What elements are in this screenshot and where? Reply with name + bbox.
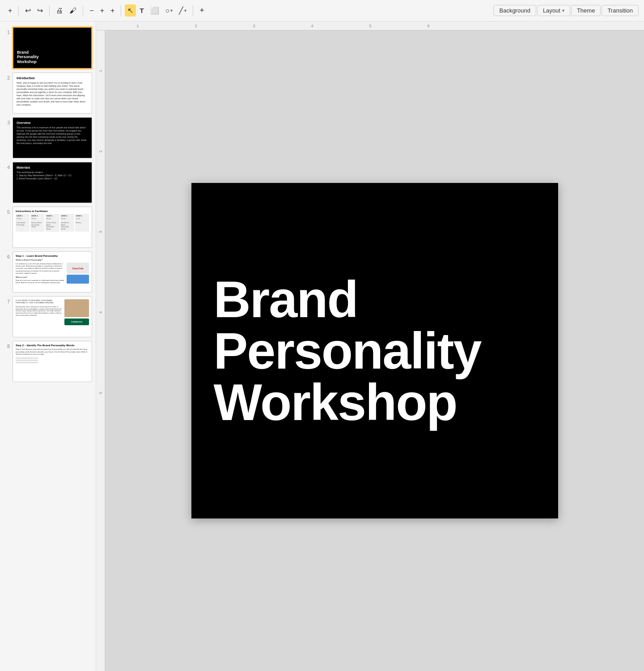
slide-number-7: 7	[4, 296, 10, 304]
slide-3-content: This workshop is for a maximum of four p…	[17, 126, 88, 145]
slide-8-title: Step 2 – Identify The Brand Personality …	[16, 344, 89, 347]
v-ruler-mark-5: 5	[96, 352, 105, 433]
background-label: Background	[499, 7, 530, 14]
background-menu-button[interactable]: Background	[493, 5, 536, 16]
transition-menu-button[interactable]: Transition	[602, 5, 639, 16]
layout-menu-button[interactable]: Layout ▾	[537, 5, 570, 16]
transition-label: Transition	[607, 7, 633, 14]
slide-number-3: 3	[4, 117, 10, 125]
ruler-mark-4: 4	[283, 24, 341, 28]
slide-preview-6: Step 1 – Learn Brand Personality What is…	[13, 252, 92, 292]
slide-number-6: 6	[4, 251, 10, 259]
slide-number-5: 5	[4, 207, 10, 215]
slide-inner-7: IF YOU WERE TO DESCRIBE YOUR BRAND PERSO…	[13, 296, 92, 337]
layout-chevron: ▾	[562, 8, 564, 13]
slide-preview-7: IF YOU WERE TO DESCRIBE YOUR BRAND PERSO…	[13, 297, 92, 337]
slide-thumbnail-4[interactable]: 4 Materials This workshop kit contains:1…	[0, 160, 96, 205]
title-line-3: Workshop	[214, 374, 457, 431]
theme-label: Theme	[577, 7, 595, 14]
slide-inner-5: Instructions to Facilitator STEP 1 15 mi…	[13, 207, 92, 248]
divider-1	[18, 5, 19, 16]
undo-button[interactable]: ↩	[22, 4, 34, 17]
print-button[interactable]: 🖨	[53, 5, 66, 17]
slide-3-title: Overview	[17, 121, 88, 124]
slide-thumbnail-1[interactable]: 1 BrandPersonalityWorkshop	[0, 25, 96, 71]
redo-icon: ↪	[37, 6, 43, 15]
slide-thumbnail-5[interactable]: 5 Instructions to Facilitator STEP 1 15 …	[0, 205, 96, 250]
ruler-mark-2: 2	[167, 24, 225, 28]
theme-menu-button[interactable]: Theme	[571, 5, 601, 16]
file-tools: +	[5, 5, 15, 17]
shape-tool-button[interactable]: ○ ▾	[163, 5, 176, 17]
print-icon: 🖨	[56, 7, 63, 15]
select-tool-button[interactable]: ↖	[125, 4, 136, 17]
vertical-ruler: 1 2 3 4 5	[96, 30, 105, 671]
title-line-2: Personality	[214, 322, 481, 379]
v-ruler-mark-4: 4	[96, 272, 105, 352]
image-tool-button[interactable]: ⬜	[148, 4, 162, 17]
slide-1-title: BrandPersonalityWorkshop	[17, 50, 39, 64]
shape-tools: ↖ T ⬜ ○ ▾ ╱ ▾	[125, 4, 189, 17]
slide-4-content: This workshop kit contains:1. Step-by-St…	[17, 171, 88, 180]
divider-2	[49, 5, 50, 16]
step-cell-1: STEP 1 15 minLearn Brand Personality	[16, 214, 30, 232]
ruler-mark-3: 3	[225, 24, 283, 28]
divider-4	[121, 5, 121, 16]
divider-3	[83, 5, 83, 16]
slide-panel: 1 BrandPersonalityWorkshop 2 Introductio…	[0, 21, 96, 671]
zoom-in-button[interactable]: +	[108, 5, 117, 17]
slide-number-2: 2	[4, 72, 10, 81]
zoom-level-button[interactable]: +	[97, 5, 107, 17]
title-line-1: Brand	[214, 271, 358, 328]
add-icon: +	[8, 7, 12, 15]
slide-5-title: Instructions to Facilitator	[16, 210, 89, 212]
zoom-out-button[interactable]: −	[87, 5, 96, 17]
slide-number-8: 8	[4, 341, 10, 349]
paint-format-button[interactable]: 🖌	[67, 5, 79, 17]
slide-inner-6: Step 1 – Learn Brand Personality What is…	[13, 251, 92, 293]
slide-thumbnail-3[interactable]: 3 Overview This workshop is for a maximu…	[0, 115, 96, 160]
slide-2-title: Introduction	[17, 76, 88, 80]
slide-thumbnail-7[interactable]: 7 IF YOU WERE TO DESCRIBE YOUR BRAND PER…	[0, 294, 96, 339]
select-icon: ↖	[127, 6, 133, 15]
slide-inner-8: Step 2 – Identify The Brand Personality …	[13, 341, 92, 382]
slide-inner-1: BrandPersonalityWorkshop	[13, 27, 92, 69]
slide-6-title: Step 1 – Learn Brand Personality	[16, 255, 89, 257]
slide-thumbnail-8[interactable]: 8 Step 2 – Identify The Brand Personalit…	[0, 339, 96, 384]
slide-main-title: Brand Personality Workshop	[214, 274, 481, 428]
slide-5-grid: STEP 1 15 minLearn Brand Personality STE…	[16, 214, 89, 232]
step-cell-4: STEP 4 15 minIdentify Ten Brand Personal…	[60, 214, 74, 232]
zoom-out-icon: −	[89, 7, 93, 15]
shape-chevron: ▾	[170, 8, 173, 13]
text-tool-button[interactable]: T	[137, 5, 146, 16]
slide-canvas[interactable]: Brand Personality Workshop	[105, 30, 644, 671]
v-ruler-mark-3: 3	[96, 191, 105, 272]
toolbar: + ↩ ↪ 🖨 🖌 − + + ↖	[0, 0, 644, 21]
redo-button[interactable]: ↪	[34, 4, 46, 17]
canvas-area: 1 2 3 4 5 6 1 2 3 4 5 Brand	[96, 21, 644, 671]
v-ruler-mark-1: 1	[96, 30, 105, 111]
insert-button[interactable]: +	[197, 4, 207, 17]
slide-inner-4: Materials This workshop kit contains:1. …	[13, 162, 92, 203]
add-button[interactable]: +	[5, 5, 15, 17]
slide-inner-3: Overview This workshop is for a maximum …	[13, 117, 92, 158]
slide-number-1: 1	[4, 27, 10, 35]
slide-preview-2: Introduction Hello, and so happy to see …	[13, 73, 92, 113]
slide-preview-4: Materials This workshop kit contains:1. …	[13, 162, 92, 203]
slide-4-title: Materials	[17, 166, 88, 169]
undo-icon: ↩	[25, 6, 31, 15]
ruler-mark-1: 1	[109, 24, 167, 28]
slide-main-content: Brand Personality Workshop	[191, 183, 558, 518]
line-tool-button[interactable]: ╱ ▾	[176, 4, 189, 17]
starbucks-logo: STARBUCKS	[64, 319, 89, 325]
blue-info-box	[67, 275, 89, 284]
zoom-in-icon: +	[110, 7, 114, 15]
ruler-marks: 1 2 3 4 5 6	[109, 24, 458, 28]
slide-preview-5: Instructions to Facilitator STEP 1 15 mi…	[13, 207, 92, 247]
insert-icon: +	[199, 6, 204, 15]
slide-thumbnail-6[interactable]: 6 Step 1 – Learn Brand Personality What …	[0, 250, 96, 294]
line-icon: ╱	[179, 6, 183, 15]
slide-thumbnail-2[interactable]: 2 Introduction Hello, and so happy to se…	[0, 71, 96, 115]
slide-preview-8: Step 2 – Identify The Brand Personality …	[13, 341, 92, 382]
paint-format-icon: 🖌	[69, 7, 76, 15]
